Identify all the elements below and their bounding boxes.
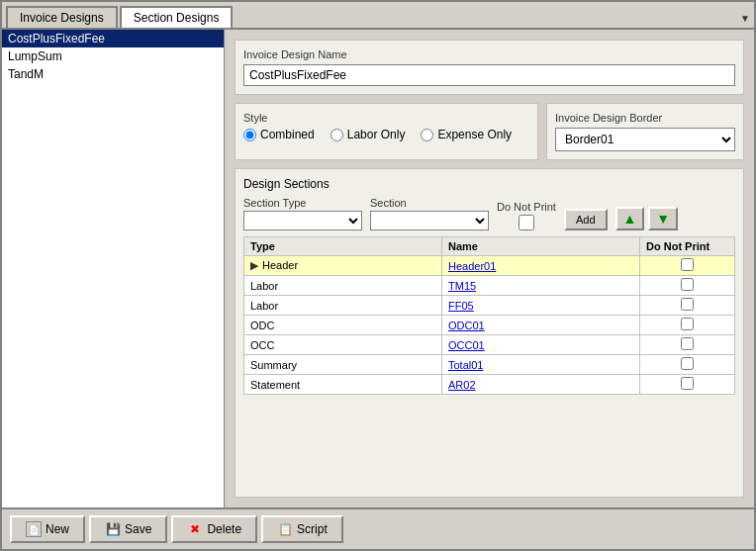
cell-do-not-print [640, 335, 735, 355]
section-select[interactable] [370, 211, 489, 230]
table-row[interactable]: ▶HeaderHeader01 [244, 256, 735, 276]
style-labor-only-radio[interactable] [331, 129, 343, 141]
right-panel: Invoice Design Name Style Combined Labor… [225, 30, 754, 507]
cell-name: ODC01 [442, 316, 640, 335]
col-header-name: Name [442, 237, 640, 256]
cell-do-not-print [640, 296, 735, 316]
row-do-not-print-checkbox[interactable] [681, 377, 694, 390]
style-options: Combined Labor Only Expense Only [243, 128, 529, 141]
dropdown-arrow-icon[interactable]: ▼ [740, 13, 750, 24]
style-label: Style [243, 112, 529, 124]
save-label: Save [125, 522, 151, 536]
col-header-type: Type [244, 237, 442, 256]
cell-name: TM15 [442, 276, 640, 296]
cell-type: Summary [244, 355, 442, 375]
cell-name: FF05 [442, 296, 640, 316]
design-sections: Design Sections Section Type Section [235, 168, 744, 498]
delete-button[interactable]: ✖ Delete [171, 515, 257, 543]
tab-invoice-designs[interactable]: Invoice Designs [6, 6, 118, 28]
name-link[interactable]: AR02 [448, 379, 476, 391]
cell-name: OCC01 [442, 335, 640, 355]
border-label: Invoice Design Border [555, 112, 735, 124]
table-row[interactable]: LaborTM15 [244, 276, 735, 296]
tab-section-designs[interactable]: Section Designs [120, 6, 234, 28]
table-row[interactable]: StatementAR02 [244, 375, 735, 395]
name-link[interactable]: TM15 [448, 280, 476, 292]
cell-do-not-print [640, 256, 735, 276]
style-labor-only[interactable]: Labor Only [331, 128, 406, 141]
move-up-button[interactable]: ▲ [615, 207, 645, 230]
table-row[interactable]: OCCOCC01 [244, 335, 735, 355]
style-combined[interactable]: Combined [243, 128, 315, 141]
cell-type: ODC [244, 316, 442, 335]
cell-name: Total01 [442, 355, 640, 375]
row-do-not-print-checkbox[interactable] [681, 337, 694, 350]
invoice-design-name-section: Invoice Design Name [235, 40, 744, 95]
style-expense-only-label: Expense Only [437, 128, 512, 141]
style-combined-label: Combined [260, 128, 315, 141]
name-link[interactable]: FF05 [448, 300, 474, 312]
section-type-label: Section Type [243, 197, 362, 209]
cell-type: ▶Header [244, 256, 442, 276]
invoice-design-name-label: Invoice Design Name [243, 48, 735, 60]
cell-do-not-print [640, 276, 735, 296]
cell-name: Header01 [442, 256, 640, 276]
new-label: New [46, 522, 69, 536]
invoice-design-name-input[interactable] [243, 64, 735, 86]
section-controls-row: Section Type Section Do Not Print [243, 197, 735, 230]
cell-do-not-print [640, 375, 735, 395]
table-row[interactable]: ODCODC01 [244, 316, 735, 335]
delete-label: Delete [207, 522, 241, 536]
script-button[interactable]: 📋 Script [261, 515, 343, 543]
name-link[interactable]: ODC01 [448, 320, 485, 331]
add-button[interactable]: Add [564, 209, 608, 230]
cell-type: Labor [244, 276, 442, 296]
script-icon: 📋 [277, 521, 293, 537]
section-type-select[interactable] [243, 211, 362, 230]
section-group: Section [370, 197, 489, 230]
cell-name: AR02 [442, 375, 640, 395]
list-item-costplusfixedfee[interactable]: CostPlusFixedFee [2, 30, 224, 47]
name-link[interactable]: Header01 [448, 260, 496, 272]
row-do-not-print-checkbox[interactable] [681, 298, 694, 311]
invoice-list: CostPlusFixedFee LumpSum TandM [2, 30, 225, 507]
style-section: Style Combined Labor Only Expense Onl [235, 103, 538, 160]
name-link[interactable]: Total01 [448, 359, 483, 371]
style-expense-only[interactable]: Expense Only [421, 128, 512, 141]
do-not-print-ctrl-group: Do Not Print [497, 201, 556, 230]
list-item-tandm[interactable]: TandM [2, 65, 224, 83]
row-do-not-print-checkbox[interactable] [681, 278, 694, 291]
delete-icon: ✖ [187, 521, 203, 537]
style-combined-radio[interactable] [243, 129, 256, 141]
section-type-group: Section Type [243, 197, 362, 230]
do-not-print-checkbox[interactable] [519, 215, 534, 230]
cell-type: OCC [244, 335, 442, 355]
save-button[interactable]: 💾 Save [89, 515, 167, 543]
footer-toolbar: 📄 New 💾 Save ✖ Delete 📋 Script [2, 507, 754, 549]
sections-table: Type Name Do Not Print ▶HeaderHeader01La… [243, 236, 735, 395]
border-select[interactable]: Border01 Border02 Border03 [555, 128, 735, 151]
new-icon: 📄 [26, 521, 42, 537]
design-sections-title: Design Sections [243, 177, 735, 191]
border-section: Invoice Design Border Border01 Border02 … [546, 103, 744, 160]
table-row[interactable]: LaborFF05 [244, 296, 735, 316]
row-do-not-print-checkbox[interactable] [681, 357, 694, 370]
cell-do-not-print [640, 355, 735, 375]
col-header-dnp: Do Not Print [640, 237, 735, 256]
table-row[interactable]: SummaryTotal01 [244, 355, 735, 375]
expand-icon[interactable]: ▶ [250, 259, 258, 271]
save-icon: 💾 [105, 521, 121, 537]
new-button[interactable]: 📄 New [10, 515, 85, 543]
move-down-button[interactable]: ▼ [648, 207, 678, 230]
list-item-lumpsum[interactable]: LumpSum [2, 47, 224, 65]
cell-type: Statement [244, 375, 442, 395]
script-label: Script [297, 522, 328, 536]
row-do-not-print-checkbox[interactable] [681, 258, 694, 271]
name-link[interactable]: OCC01 [448, 339, 485, 351]
row-do-not-print-checkbox[interactable] [681, 318, 694, 330]
section-label: Section [370, 197, 489, 209]
style-labor-only-label: Labor Only [347, 128, 406, 141]
arrow-buttons: ▲ ▼ [615, 207, 679, 230]
do-not-print-ctrl-label: Do Not Print [497, 201, 556, 213]
style-expense-only-radio[interactable] [421, 129, 433, 141]
